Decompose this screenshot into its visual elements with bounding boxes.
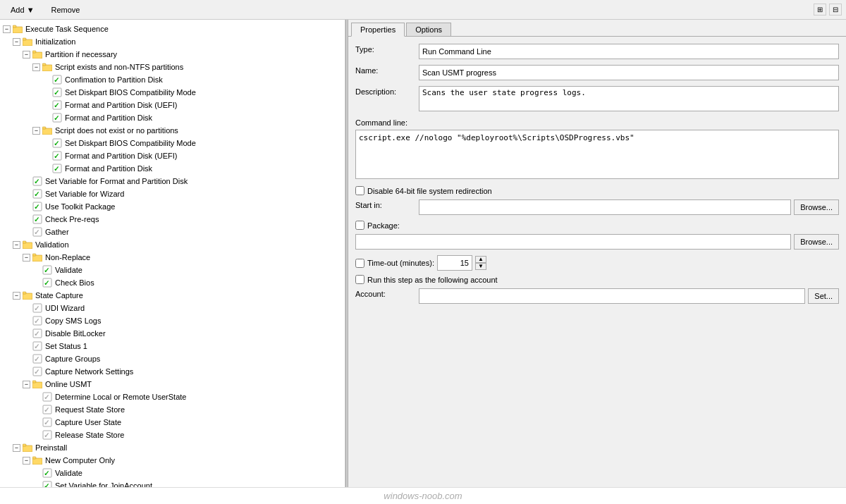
tree-item[interactable]: ✓ Check Bios: [0, 276, 345, 289]
svg-text:✓: ✓: [34, 203, 39, 211]
tree-toggle[interactable]: −: [23, 51, 30, 59]
remove-button[interactable]: Remove: [45, 4, 87, 16]
run-as-checkbox[interactable]: [355, 275, 364, 284]
add-button[interactable]: Add ▼: [4, 4, 41, 16]
type-input[interactable]: [419, 44, 839, 59]
tree-toggle[interactable]: −: [13, 444, 20, 452]
tree-item[interactable]: ✓ Request State Store: [0, 403, 345, 416]
tree-toggle[interactable]: −: [23, 457, 30, 465]
tree-item[interactable]: ✓ Format and Partition Disk (UEFI): [0, 149, 345, 162]
tree-item[interactable]: ✓ Set Variable for Wizard: [0, 188, 345, 200]
properties-panel: Properties Options Type: Name:: [348, 20, 846, 487]
tree-item[interactable]: − Execute Task Sequence: [0, 23, 345, 35]
package-input[interactable]: [355, 234, 791, 250]
tree-toggle[interactable]: −: [13, 241, 20, 249]
tree-item[interactable]: − New Computer Only: [0, 454, 345, 467]
package-browse-button[interactable]: Browse...: [794, 234, 839, 250]
tree-item[interactable]: − Script does not exist or no partitions: [0, 124, 345, 137]
folder-icon: [12, 24, 23, 34]
tree-toggle[interactable]: −: [32, 63, 40, 71]
tree-item[interactable]: ✓ Use Toolkit Package: [0, 200, 345, 213]
tree-item[interactable]: ✓ Set Variable for JoinAccount: [0, 479, 345, 487]
check-icon: ✓: [51, 138, 63, 148]
tab-properties[interactable]: Properties: [351, 23, 405, 37]
tree-item[interactable]: − Initialization: [0, 35, 345, 48]
svg-rect-1: [13, 25, 16, 27]
package-checkbox[interactable]: [355, 221, 364, 230]
timeout-value-input[interactable]: [437, 255, 472, 271]
tree-toggle[interactable]: −: [13, 38, 20, 46]
timeout-decrement-button[interactable]: ▼: [475, 263, 486, 270]
tree-item[interactable]: − Online USMT: [0, 378, 345, 391]
tree-toggle[interactable]: −: [13, 292, 20, 300]
tree-item[interactable]: − Partition if necessary: [0, 48, 345, 61]
tree-item[interactable]: ✓ Format and Partition Disk: [0, 111, 345, 124]
folder-icon: [32, 252, 43, 262]
tree-item-label: Release State Store: [55, 431, 124, 439]
tree-item[interactable]: − State Capture: [0, 289, 345, 302]
tree-item-label: Capture Network Settings: [45, 367, 133, 376]
folder-icon: [22, 240, 33, 250]
command-line-textarea[interactable]: [355, 130, 839, 179]
tree-item[interactable]: − Preinstall: [0, 441, 345, 454]
tree-item[interactable]: ✓ Set Diskpart BIOS Compatibility Mode: [0, 86, 345, 99]
tree-item[interactable]: ✓ Check Pre-reqs: [0, 213, 345, 226]
tree-item[interactable]: ✓ Format and Partition Disk (UEFI): [0, 99, 345, 111]
tree-item[interactable]: ✓ Copy SMS Logs: [0, 314, 345, 327]
svg-text:✓: ✓: [54, 76, 59, 84]
start-in-input[interactable]: [419, 199, 791, 215]
check-icon: ✓: [51, 100, 63, 110]
name-row: Name:: [355, 65, 839, 80]
disable-64bit-row: Disable 64-bit file system redirection: [355, 186, 839, 195]
description-textarea[interactable]: [419, 86, 839, 111]
account-set-button[interactable]: Set...: [808, 288, 839, 304]
tree-item[interactable]: ✓ Release State Store: [0, 429, 345, 441]
tree-toggle[interactable]: −: [32, 127, 40, 135]
tree-item[interactable]: ✓ Gather: [0, 226, 345, 238]
svg-rect-67: [23, 444, 26, 446]
disable-64bit-checkbox[interactable]: [355, 186, 364, 195]
svg-text:✓: ✓: [44, 279, 49, 287]
tree-toggle[interactable]: −: [3, 25, 11, 33]
start-in-label: Start in:: [355, 199, 419, 209]
tree-item[interactable]: ✓ Disable BitLocker: [0, 327, 345, 340]
package-checkbox-row: Package:: [355, 221, 839, 230]
tree-toggle[interactable]: −: [23, 381, 30, 388]
name-input[interactable]: [419, 65, 839, 80]
start-in-browse-button[interactable]: Browse...: [794, 199, 839, 215]
account-input[interactable]: [419, 288, 805, 304]
svg-rect-68: [32, 458, 42, 465]
tree-item[interactable]: ✓ Capture Network Settings: [0, 365, 345, 378]
timeout-checkbox[interactable]: [355, 259, 364, 268]
tree-scroll-area[interactable]: − Execute Task Sequence− Initialization−…: [0, 20, 345, 487]
svg-text:✓: ✓: [44, 431, 49, 439]
tab-options[interactable]: Options: [406, 23, 451, 36]
tree-item[interactable]: ✓ Confimation to Partition Disk: [0, 73, 345, 86]
tree-item[interactable]: ✓ Capture Groups: [0, 352, 345, 365]
tree-toggle[interactable]: −: [23, 254, 30, 262]
properties-content: Type: Name: Description:: [348, 37, 846, 487]
tree-item-label: Copy SMS Logs: [45, 316, 101, 325]
tree-item[interactable]: ✓ Validate: [0, 467, 345, 479]
tree-item[interactable]: ✓ Set Variable for Format and Partition …: [0, 175, 345, 188]
timeout-increment-button[interactable]: ▲: [475, 256, 486, 263]
svg-rect-57: [32, 381, 36, 383]
tree-item[interactable]: ✓ Set Status 1: [0, 340, 345, 352]
icon-btn-1[interactable]: ⊞: [814, 4, 826, 16]
tree-item[interactable]: ✓ Capture User State: [0, 416, 345, 429]
tree-item-label: Format and Partition Disk (UEFI): [65, 152, 178, 160]
tree-item[interactable]: ✓ Validate: [0, 264, 345, 276]
tree-item[interactable]: − Script exists and non-NTFS partitions: [0, 61, 345, 73]
icon-btn-2[interactable]: ⊟: [829, 4, 842, 16]
tree-item[interactable]: ✓ Format and Partition Disk: [0, 162, 345, 175]
check-icon: ✓: [51, 113, 63, 123]
svg-text:✓: ✓: [54, 114, 59, 122]
tree-item[interactable]: ✓ UDI Wizard: [0, 302, 345, 314]
tree-item[interactable]: ✓ Determine Local or Remote UserState: [0, 391, 345, 403]
account-label: Account:: [355, 288, 419, 298]
tree-item[interactable]: − Validation: [0, 238, 345, 251]
tree-item[interactable]: − Non-Replace: [0, 251, 345, 264]
tree-item[interactable]: ✓ Set Diskpart BIOS Compatibility Mode: [0, 137, 345, 149]
tree-item-label: Set Status 1: [45, 342, 87, 350]
account-row: Account: Set...: [355, 288, 839, 304]
